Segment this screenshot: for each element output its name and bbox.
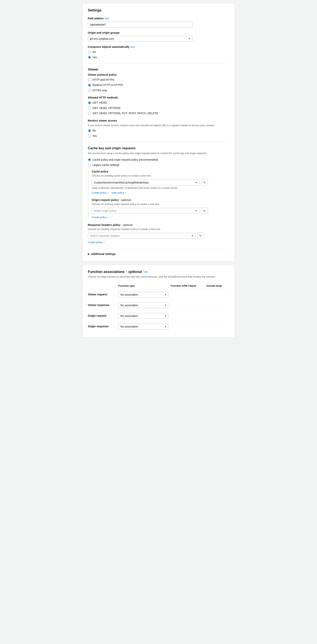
cache-policy-create-link[interactable]: Create policy ↗ [92, 191, 109, 194]
methods-get-head-label: GET, HEAD [93, 101, 107, 105]
cache-policy-select-wrapper: CustomServerUmamiNoCachingWebsiteData ▼ [92, 180, 199, 186]
cache-policy-label: Cache policy and origin request policy (… [93, 158, 158, 162]
origin-response-arn-cell [171, 321, 206, 332]
compress-no-option[interactable]: No [88, 50, 229, 54]
viewer-response-select[interactable]: No association [118, 302, 168, 308]
origin-group-select-wrapper: jpl-srv1.joeplaa.com ▼ [88, 36, 192, 42]
methods-all-radio[interactable] [88, 112, 91, 115]
cache-policy-select[interactable]: CustomServerUmamiNoCachingWebsiteData [92, 180, 199, 186]
allowed-methods-radio-group: GET, HEAD GET, HEAD, OPTIONS GET, HEAD, … [88, 101, 229, 115]
response-headers-policy-select-wrapper: Select response headers ▼ [88, 233, 196, 239]
methods-get-head-options-option[interactable]: GET, HEAD, OPTIONS [88, 106, 229, 110]
response-headers-policy-select[interactable]: Select response headers [88, 233, 196, 239]
restrict-yes-option[interactable]: Yes [88, 134, 229, 138]
restrict-viewer-group: Restrict viewer access If you restrict v… [88, 119, 229, 138]
protocol-https-only-label: HTTPS only [93, 89, 107, 92]
cache-policy-view-link[interactable]: View policy ↗ [111, 191, 126, 194]
compress-radio-group: No Yes [88, 50, 229, 59]
additional-settings-toggle[interactable]: ▶ Additional settings [88, 252, 229, 256]
response-headers-policy-refresh-button[interactable]: ↻ [197, 232, 204, 239]
table-row: Viewer request No association ▼ [88, 289, 229, 300]
methods-get-head-options-radio[interactable] [88, 106, 91, 110]
function-associations-card: Function associations - optional Info Ch… [82, 264, 235, 338]
cache-policy-option[interactable]: Cache policy and origin request policy (… [88, 158, 229, 162]
cache-policy-radio[interactable] [88, 158, 91, 161]
origin-request-policy-create-link[interactable]: Create policy ↗ [92, 216, 109, 219]
methods-get-head-radio[interactable] [88, 101, 91, 104]
viewer-title: Viewer [88, 67, 229, 72]
protocol-redirect-label: Redirect HTTP to HTTPS [93, 83, 123, 87]
origin-request-policy-refresh-button[interactable]: ↻ [201, 208, 208, 214]
function-associations-info-link[interactable]: Info [144, 270, 148, 274]
methods-all-option[interactable]: GET, HEAD, OPTIONS, PUT, POST, PATCH, DE… [88, 112, 229, 115]
viewer-response-body-cell [206, 300, 229, 310]
origin-response-select[interactable]: No association [118, 324, 168, 330]
protocol-https-only-option[interactable]: HTTPS only [88, 89, 229, 92]
divider-1 [88, 63, 229, 63]
additional-settings-label: Additional settings [91, 252, 116, 256]
protocol-redirect-option[interactable]: Redirect HTTP to HTTPS [88, 83, 229, 87]
compress-objects-info-link[interactable]: Info [131, 45, 135, 49]
create-policy-ext-icon: ↗ [107, 192, 109, 194]
function-associations-title: Function associations - optional Info [88, 270, 229, 274]
restrict-no-option[interactable]: No [88, 129, 229, 132]
origin-request-select[interactable]: No association [118, 313, 168, 319]
response-headers-policy-link-row: Create policy ↗ [88, 240, 229, 244]
path-pattern-info-link[interactable]: Info [105, 17, 109, 20]
origin-request-select-wrapper: No association ▼ [118, 313, 168, 319]
func-col-type: Function type [118, 282, 171, 290]
compress-no-radio[interactable] [88, 50, 91, 54]
cache-key-desc: We recommend using a cache policy and or… [88, 152, 229, 155]
restrict-viewer-label: Restrict viewer access [88, 119, 229, 123]
compress-objects-group: Compress objects automatically Info No Y… [88, 45, 229, 59]
settings-title: Settings [88, 8, 229, 13]
func-col-empty [88, 282, 118, 290]
protocol-redirect-radio[interactable] [88, 84, 91, 87]
cache-policy-section-label: Cache policy [92, 170, 229, 174]
viewer-response-select-wrapper: No association ▼ [118, 302, 168, 308]
response-headers-policy-label: Response headers policy - optional [88, 223, 229, 227]
table-row: Viewer response No association ▼ [88, 300, 229, 310]
restrict-no-radio[interactable] [88, 129, 91, 132]
methods-get-head-option[interactable]: GET, HEAD [88, 101, 229, 105]
restrict-yes-radio[interactable] [88, 134, 91, 138]
compress-yes-radio[interactable] [88, 56, 91, 59]
viewer-response-arn-cell [171, 300, 206, 310]
view-policy-ext-icon: ↗ [125, 192, 126, 194]
protocol-http-https-option[interactable]: HTTP and HTTPS [88, 78, 229, 82]
viewer-request-body-cell [206, 289, 229, 300]
compress-yes-option[interactable]: Yes [88, 56, 229, 60]
restrict-viewer-desc: If you restrict viewer access, viewers m… [88, 124, 229, 127]
legacy-cache-radio[interactable] [88, 164, 91, 167]
path-pattern-label: Path pattern Info [88, 17, 229, 20]
origin-request-policy-desc: Choose an existing origin request policy… [92, 202, 229, 206]
viewer-request-select[interactable]: No association [118, 292, 168, 298]
origin-request-arn-cell [171, 310, 206, 321]
response-headers-policy-create-link[interactable]: Create policy ↗ [88, 240, 105, 244]
viewer-request-select-wrapper: No association ▼ [118, 292, 168, 298]
cache-policy-section: Cache policy Choose an existing cache po… [92, 170, 229, 195]
restrict-yes-label: Yes [93, 134, 97, 138]
func-col-arn: Function ARN / Name [171, 282, 206, 290]
table-row: Origin response No association ▼ [88, 321, 229, 332]
cache-policy-refresh-button[interactable]: ↻ [201, 179, 208, 186]
table-row: Origin request No association ▼ [88, 310, 229, 321]
compress-no-label: No [93, 50, 96, 54]
legacy-cache-option[interactable]: Legacy cache settings [88, 163, 229, 167]
cache-key-title: Cache key and origin requests [88, 146, 229, 150]
function-associations-desc: Choose an edge function to associate wit… [88, 275, 229, 278]
viewer-protocol-radio-group: HTTP and HTTPS Redirect HTTP to HTTPS HT… [88, 78, 229, 92]
cache-policy-desc: Choose an existing cache policy or creat… [92, 174, 229, 178]
protocol-https-only-radio[interactable] [88, 89, 91, 92]
allowed-methods-group: Allowed HTTP methods GET, HEAD GET, HEAD… [88, 96, 229, 115]
settings-card: Settings Path pattern Info Origin and or… [82, 3, 235, 262]
path-pattern-input[interactable] [88, 22, 192, 28]
protocol-http-https-radio[interactable] [88, 78, 91, 81]
origin-request-policy-select[interactable]: Select origin policy [92, 208, 199, 214]
origin-group-select[interactable]: jpl-srv1.joeplaa.com [88, 36, 192, 42]
origin-group-label: Origin and origin groups [88, 31, 229, 35]
response-headers-create-ext-icon: ↗ [103, 241, 105, 244]
methods-get-head-options-label: GET, HEAD, OPTIONS [93, 106, 121, 110]
restrict-viewer-radio-group: No Yes [88, 129, 229, 138]
origin-request-body-cell [206, 310, 229, 321]
